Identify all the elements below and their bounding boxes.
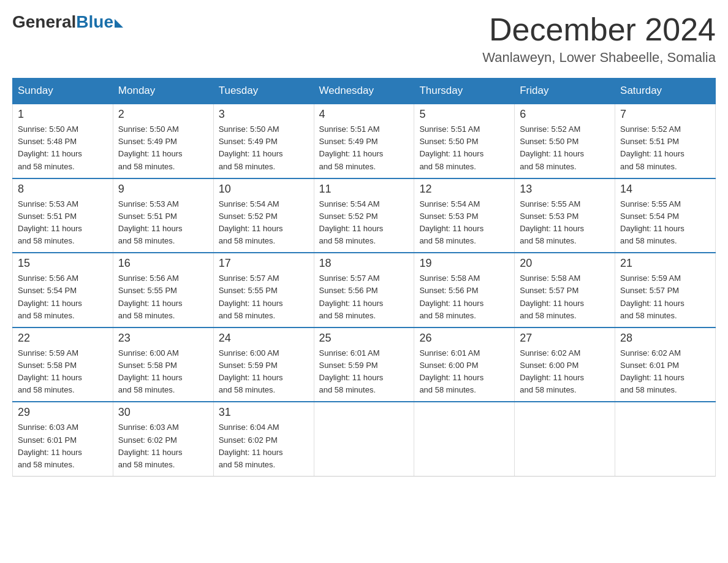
calendar-cell: 18Sunrise: 5:57 AMSunset: 5:56 PMDayligh… <box>314 253 414 327</box>
calendar-cell: 17Sunrise: 5:57 AMSunset: 5:55 PMDayligh… <box>213 253 314 327</box>
calendar-cell: 1Sunrise: 5:50 AMSunset: 5:48 PMDaylight… <box>13 104 113 178</box>
calendar-cell: 9Sunrise: 5:53 AMSunset: 5:51 PMDaylight… <box>113 178 213 253</box>
day-number: 28 <box>620 332 710 345</box>
logo-blue-part: Blue <box>76 12 123 32</box>
calendar-cell: 12Sunrise: 5:54 AMSunset: 5:53 PMDayligh… <box>414 178 515 253</box>
calendar-cell: 8Sunrise: 5:53 AMSunset: 5:51 PMDaylight… <box>13 178 113 253</box>
day-info: Sunrise: 5:52 AMSunset: 5:50 PMDaylight:… <box>520 123 610 173</box>
day-info: Sunrise: 5:58 AMSunset: 5:56 PMDaylight:… <box>419 272 509 322</box>
calendar-cell: 26Sunrise: 6:01 AMSunset: 6:00 PMDayligh… <box>414 327 515 402</box>
header-monday: Monday <box>113 79 213 104</box>
day-number: 26 <box>419 332 509 345</box>
calendar-cell: 24Sunrise: 6:00 AMSunset: 5:59 PMDayligh… <box>213 327 314 402</box>
day-number: 14 <box>620 183 710 196</box>
calendar-cell: 21Sunrise: 5:59 AMSunset: 5:57 PMDayligh… <box>615 253 716 327</box>
day-info: Sunrise: 5:58 AMSunset: 5:57 PMDaylight:… <box>520 272 610 322</box>
day-number: 20 <box>520 257 610 270</box>
calendar-cell: 14Sunrise: 5:55 AMSunset: 5:54 PMDayligh… <box>615 178 716 253</box>
day-number: 8 <box>18 183 108 196</box>
day-number: 29 <box>18 406 108 419</box>
day-info: Sunrise: 6:02 AMSunset: 6:00 PMDaylight:… <box>520 347 610 397</box>
calendar-cell: 19Sunrise: 5:58 AMSunset: 5:56 PMDayligh… <box>414 253 515 327</box>
calendar-cell <box>314 402 414 476</box>
day-info: Sunrise: 5:56 AMSunset: 5:55 PMDaylight:… <box>118 272 208 322</box>
calendar-cell: 6Sunrise: 5:52 AMSunset: 5:50 PMDaylight… <box>515 104 615 178</box>
calendar-cell: 2Sunrise: 5:50 AMSunset: 5:49 PMDaylight… <box>113 104 213 178</box>
calendar-cell: 25Sunrise: 6:01 AMSunset: 5:59 PMDayligh… <box>314 327 414 402</box>
day-number: 27 <box>520 332 610 345</box>
calendar-table: SundayMondayTuesdayWednesdayThursdayFrid… <box>12 78 716 477</box>
day-info: Sunrise: 5:50 AMSunset: 5:49 PMDaylight:… <box>219 123 309 173</box>
day-number: 19 <box>419 257 509 270</box>
day-info: Sunrise: 6:03 AMSunset: 6:01 PMDaylight:… <box>18 421 108 471</box>
day-info: Sunrise: 6:04 AMSunset: 6:02 PMDaylight:… <box>219 421 309 471</box>
calendar-cell <box>615 402 716 476</box>
calendar-cell: 13Sunrise: 5:55 AMSunset: 5:53 PMDayligh… <box>515 178 615 253</box>
day-number: 15 <box>18 257 108 270</box>
calendar-cell: 22Sunrise: 5:59 AMSunset: 5:58 PMDayligh… <box>13 327 113 402</box>
day-info: Sunrise: 6:03 AMSunset: 6:02 PMDaylight:… <box>118 421 208 471</box>
day-number: 23 <box>118 332 208 345</box>
day-info: Sunrise: 5:59 AMSunset: 5:57 PMDaylight:… <box>620 272 710 322</box>
day-number: 5 <box>419 108 509 121</box>
day-info: Sunrise: 5:54 AMSunset: 5:53 PMDaylight:… <box>419 198 509 248</box>
calendar-cell: 15Sunrise: 5:56 AMSunset: 5:54 PMDayligh… <box>13 253 113 327</box>
day-info: Sunrise: 5:51 AMSunset: 5:49 PMDaylight:… <box>319 123 409 173</box>
header-tuesday: Tuesday <box>213 79 314 104</box>
calendar-cell: 7Sunrise: 5:52 AMSunset: 5:51 PMDaylight… <box>615 104 716 178</box>
logo-triangle-icon <box>115 19 123 28</box>
calendar-cell: 11Sunrise: 5:54 AMSunset: 5:52 PMDayligh… <box>314 178 414 253</box>
day-number: 13 <box>520 183 610 196</box>
day-number: 9 <box>118 183 208 196</box>
header-saturday: Saturday <box>615 79 716 104</box>
calendar-cell: 30Sunrise: 6:03 AMSunset: 6:02 PMDayligh… <box>113 402 213 476</box>
day-info: Sunrise: 5:55 AMSunset: 5:53 PMDaylight:… <box>520 198 610 248</box>
day-info: Sunrise: 6:00 AMSunset: 5:58 PMDaylight:… <box>118 347 208 397</box>
day-number: 24 <box>219 332 309 345</box>
logo-blue-text: Blue <box>76 12 113 32</box>
calendar-header-row: SundayMondayTuesdayWednesdayThursdayFrid… <box>13 79 716 104</box>
page-header: General Blue December 2024 Wanlaweyn, Lo… <box>12 12 716 66</box>
calendar-week-row: 29Sunrise: 6:03 AMSunset: 6:01 PMDayligh… <box>13 402 716 476</box>
day-number: 4 <box>319 108 409 121</box>
day-number: 11 <box>319 183 409 196</box>
day-number: 2 <box>118 108 208 121</box>
day-info: Sunrise: 5:55 AMSunset: 5:54 PMDaylight:… <box>620 198 710 248</box>
day-number: 12 <box>419 183 509 196</box>
calendar-cell: 10Sunrise: 5:54 AMSunset: 5:52 PMDayligh… <box>213 178 314 253</box>
header-thursday: Thursday <box>414 79 515 104</box>
day-info: Sunrise: 6:00 AMSunset: 5:59 PMDaylight:… <box>219 347 309 397</box>
day-info: Sunrise: 5:54 AMSunset: 5:52 PMDaylight:… <box>319 198 409 248</box>
calendar-cell: 23Sunrise: 6:00 AMSunset: 5:58 PMDayligh… <box>113 327 213 402</box>
day-info: Sunrise: 5:51 AMSunset: 5:50 PMDaylight:… <box>419 123 509 173</box>
header-friday: Friday <box>515 79 615 104</box>
calendar-week-row: 15Sunrise: 5:56 AMSunset: 5:54 PMDayligh… <box>13 253 716 327</box>
calendar-cell: 3Sunrise: 5:50 AMSunset: 5:49 PMDaylight… <box>213 104 314 178</box>
day-number: 18 <box>319 257 409 270</box>
day-info: Sunrise: 5:50 AMSunset: 5:48 PMDaylight:… <box>18 123 108 173</box>
day-info: Sunrise: 5:52 AMSunset: 5:51 PMDaylight:… <box>620 123 710 173</box>
day-number: 17 <box>219 257 309 270</box>
calendar-week-row: 1Sunrise: 5:50 AMSunset: 5:48 PMDaylight… <box>13 104 716 178</box>
day-number: 10 <box>219 183 309 196</box>
day-number: 1 <box>18 108 108 121</box>
day-number: 21 <box>620 257 710 270</box>
calendar-cell <box>414 402 515 476</box>
calendar-cell: 27Sunrise: 6:02 AMSunset: 6:00 PMDayligh… <box>515 327 615 402</box>
calendar-week-row: 8Sunrise: 5:53 AMSunset: 5:51 PMDaylight… <box>13 178 716 253</box>
header-sunday: Sunday <box>13 79 113 104</box>
day-number: 31 <box>219 406 309 419</box>
logo: General Blue <box>12 12 123 32</box>
day-info: Sunrise: 6:01 AMSunset: 6:00 PMDaylight:… <box>419 347 509 397</box>
calendar-cell <box>515 402 615 476</box>
day-info: Sunrise: 5:57 AMSunset: 5:55 PMDaylight:… <box>219 272 309 322</box>
day-info: Sunrise: 5:50 AMSunset: 5:49 PMDaylight:… <box>118 123 208 173</box>
day-number: 6 <box>520 108 610 121</box>
title-area: December 2024 Wanlaweyn, Lower Shabeelle… <box>482 12 716 66</box>
header-wednesday: Wednesday <box>314 79 414 104</box>
calendar-cell: 31Sunrise: 6:04 AMSunset: 6:02 PMDayligh… <box>213 402 314 476</box>
logo-general-text: General <box>12 12 76 32</box>
calendar-week-row: 22Sunrise: 5:59 AMSunset: 5:58 PMDayligh… <box>13 327 716 402</box>
day-number: 7 <box>620 108 710 121</box>
day-number: 16 <box>118 257 208 270</box>
